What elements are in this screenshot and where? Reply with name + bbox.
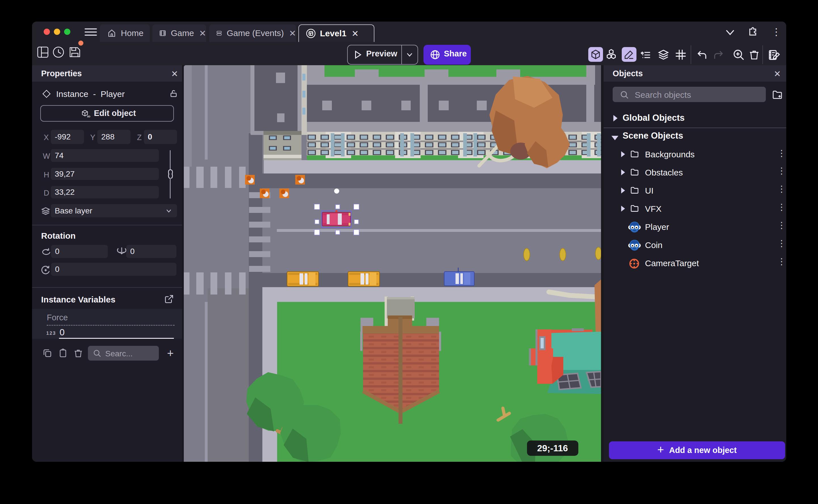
- svg-text:3D: 3D: [87, 115, 90, 118]
- svg-text:29;-116: 29;-116: [537, 443, 568, 453]
